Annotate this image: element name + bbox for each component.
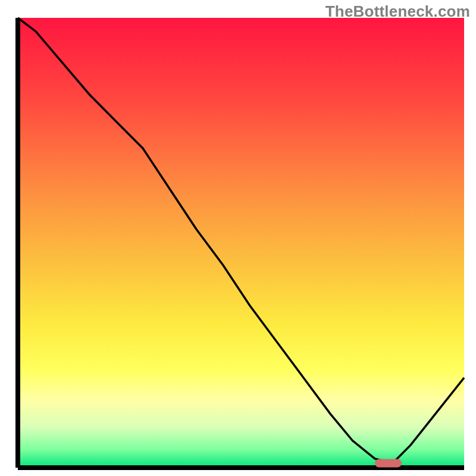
optimum-marker <box>375 459 402 467</box>
axes <box>18 18 464 468</box>
chart-stage: TheBottleneck.com <box>0 0 476 476</box>
plot-background <box>18 18 464 468</box>
bottleneck-chart <box>0 0 476 476</box>
